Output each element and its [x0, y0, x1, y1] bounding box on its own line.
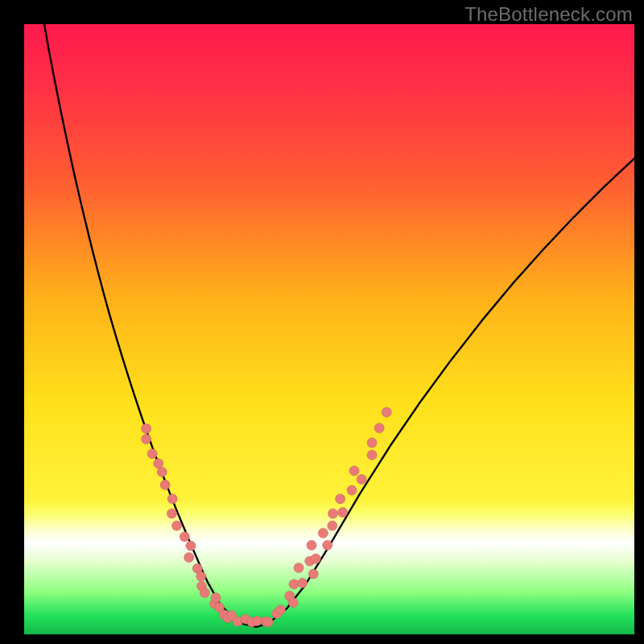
data-point: [323, 540, 332, 550]
data-point: [349, 466, 359, 476]
data-point: [336, 494, 345, 504]
watermark-label: TheBottleneck.com: [464, 3, 633, 26]
data-point: [154, 459, 163, 469]
data-point: [211, 593, 221, 603]
data-point: [288, 598, 298, 608]
data-point: [338, 507, 348, 517]
data-point: [172, 521, 182, 530]
chart-plot-area: [24, 24, 634, 634]
chart-svg: [24, 24, 634, 634]
data-point: [367, 450, 377, 460]
data-point: [167, 509, 176, 518]
data-point: [157, 467, 167, 477]
data-point: [294, 563, 303, 572]
data-point: [347, 485, 357, 495]
data-point: [142, 434, 151, 444]
data-point: [180, 532, 189, 542]
data-point: [328, 509, 338, 518]
data-point: [253, 616, 262, 625]
data-point: [382, 407, 391, 417]
data-point: [160, 480, 170, 489]
data-point: [275, 605, 285, 615]
data-point: [263, 617, 273, 627]
data-point: [318, 528, 328, 538]
data-point: [308, 569, 318, 579]
data-point: [374, 423, 384, 433]
data-point: [357, 474, 366, 484]
data-point: [142, 424, 151, 434]
data-point: [298, 578, 308, 588]
bottleneck-curve: [44, 24, 634, 627]
data-point: [311, 554, 320, 564]
data-point: [307, 540, 316, 550]
data-point: [328, 521, 337, 530]
data-point: [200, 588, 209, 597]
data-point: [186, 541, 196, 551]
chart-frame: TheBottleneck.com: [0, 0, 644, 644]
data-point: [196, 572, 206, 581]
data-point: [167, 494, 177, 504]
data-point: [289, 580, 299, 589]
data-point: [367, 438, 377, 448]
data-point: [184, 552, 194, 562]
data-point: [147, 449, 157, 459]
